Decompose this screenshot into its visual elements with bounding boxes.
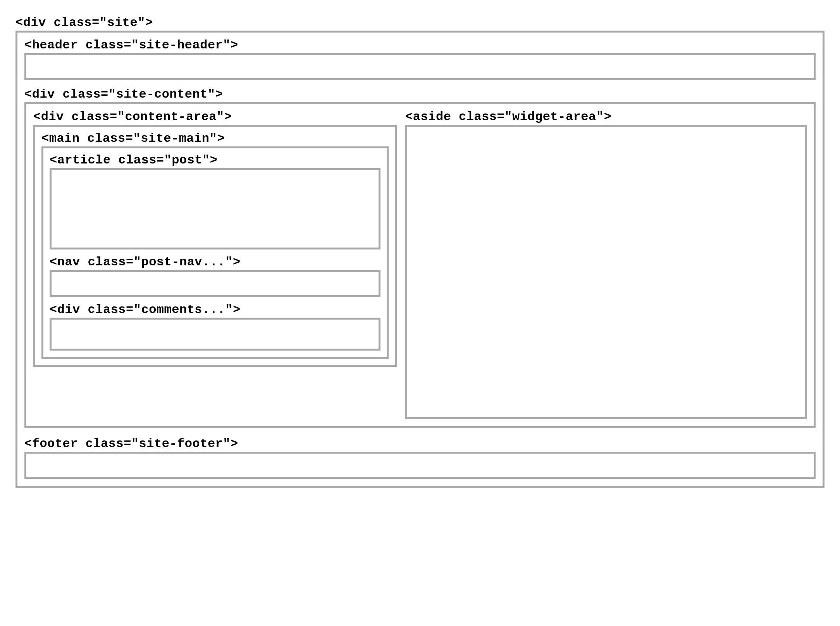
site-main-box: <article class="post"> <nav class="post-… [41,146,389,359]
site-content-box: <div class="content-area"> <main class="… [24,102,816,428]
content-area-column: <div class="content-area"> <main class="… [33,110,397,419]
site-footer-box [24,452,816,479]
post-nav-label: <nav class="post-nav..."> [50,255,380,269]
article-post-box [50,168,380,249]
article-post-label: <article class="post"> [50,153,380,167]
site-header-box [24,53,816,80]
site-footer-label: <footer class="site-footer"> [24,437,816,451]
widget-area-label: <aside class="widget-area"> [405,110,807,124]
site-label: <div class="site"> [15,15,825,30]
site-main-label: <main class="site-main"> [41,131,389,146]
site-header-label: <header class="site-header"> [24,38,816,52]
post-nav-box [50,270,380,297]
content-area-label: <div class="content-area"> [33,110,397,124]
widget-area-column: <aside class="widget-area"> [405,110,807,419]
content-area-box: <main class="site-main"> <article class=… [33,125,397,367]
comments-label: <div class="comments..."> [50,303,380,317]
site-box: <header class="site-header"> <div class=… [15,31,825,488]
comments-box [50,318,380,351]
widget-area-box [405,125,807,419]
site-content-label: <div class="site-content"> [24,87,816,101]
html-structure-diagram: <div class="site"> <header class="site-h… [15,15,825,488]
